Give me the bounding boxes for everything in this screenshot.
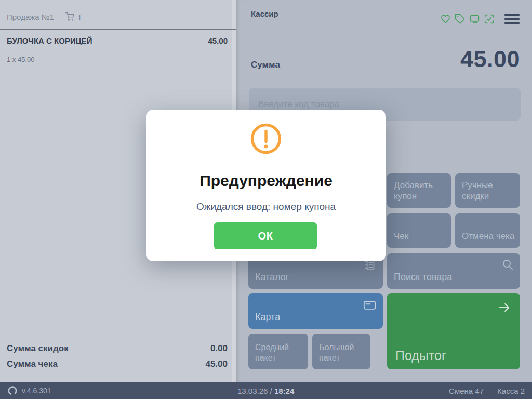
sum-value: 45.00 bbox=[460, 46, 520, 73]
ok-button[interactable]: ОК bbox=[214, 222, 317, 249]
manual-discounts-label: Ручные скидки bbox=[462, 180, 515, 202]
medium-bag-button[interactable]: Средний пакет bbox=[248, 334, 308, 369]
big-bag-button[interactable]: Большой пакет bbox=[312, 334, 370, 369]
catalog-label: Каталог bbox=[255, 272, 289, 283]
sale-title: Продажа №1 bbox=[7, 12, 54, 21]
item-name: БУЛОЧКА С КОРИЦЕЙ bbox=[7, 36, 92, 45]
cancel-receipt-label: Отмена чека bbox=[462, 231, 514, 242]
search-product-label: Поиск товара bbox=[394, 272, 452, 283]
search-product-button[interactable]: Поиск товара bbox=[387, 253, 520, 289]
discount-total-label: Сумма скидок bbox=[7, 343, 69, 354]
receipt-label: Чек bbox=[394, 231, 408, 242]
totals-block: Сумма скидок 0.00 Сумма чека 45.00 bbox=[0, 341, 236, 372]
date-text: 13.03.26 bbox=[237, 387, 268, 395]
subtotal-label: Подытог bbox=[395, 350, 446, 361]
manual-discounts-button[interactable]: Ручные скидки bbox=[455, 173, 520, 208]
receipt-total-row: Сумма чека 45.00 bbox=[0, 356, 236, 372]
menu-icon[interactable] bbox=[504, 14, 520, 24]
modal-message: Ожидался ввод: номер купона bbox=[146, 201, 386, 212]
tag-icon[interactable] bbox=[455, 14, 466, 24]
cart-indicator: 1 bbox=[65, 12, 82, 23]
header-icons bbox=[440, 14, 495, 24]
app-logo-icon bbox=[7, 385, 18, 398]
datetime-separator: / bbox=[268, 387, 274, 395]
warning-modal: Предупреждение Ожидался ввод: номер купо… bbox=[146, 110, 386, 261]
discount-total-value: 0.00 bbox=[210, 343, 228, 354]
add-coupon-button[interactable]: Добавить купон bbox=[387, 173, 451, 208]
receipt-button[interactable]: Чек bbox=[387, 213, 451, 248]
scan-check-icon[interactable] bbox=[484, 14, 495, 24]
cart-count: 1 bbox=[77, 13, 82, 22]
big-bag-label: Большой пакет bbox=[319, 342, 365, 363]
cancel-receipt-button[interactable]: Отмена чека bbox=[455, 213, 520, 248]
add-coupon-label: Добавить купон bbox=[394, 180, 446, 202]
time-text: 18:24 bbox=[274, 387, 294, 395]
status-bar: v.4.6.301 13.03.26 / 18:24 Смена 47 Касс… bbox=[0, 382, 532, 399]
warning-circle-icon bbox=[249, 122, 283, 157]
heart-icon[interactable] bbox=[440, 14, 451, 24]
cart-icon bbox=[65, 12, 74, 23]
shift-label: Смена 47 bbox=[449, 387, 484, 395]
item-price: 45.00 bbox=[208, 36, 228, 45]
subtotal-button[interactable]: Подытог bbox=[387, 293, 520, 369]
sum-label: Сумма bbox=[251, 60, 280, 70]
item-quantity: 1 x 45.00 bbox=[7, 56, 35, 63]
modal-title: Предупреждение bbox=[146, 172, 386, 190]
cashier-label: Кассир bbox=[251, 9, 278, 18]
medium-bag-label: Средний пакет bbox=[255, 342, 303, 363]
receipt-item-row[interactable]: БУЛОЧКА С КОРИЦЕЙ 45.00 1 x 45.00 bbox=[0, 30, 236, 70]
pos-screen: Продажа №1 1 БУЛОЧКА С КОРИЦЕЙ 45.00 1 x… bbox=[0, 0, 532, 399]
statusbar-right: Смена 47 Касса 2 bbox=[449, 387, 525, 395]
arrow-right-icon bbox=[497, 300, 512, 316]
register-label: Касса 2 bbox=[497, 387, 525, 395]
receipt-total-value: 45.00 bbox=[205, 359, 228, 369]
app-version: v.4.6.301 bbox=[22, 387, 51, 395]
search-icon bbox=[501, 258, 514, 273]
credit-card-icon bbox=[363, 298, 377, 315]
datetime: 13.03.26 / 18:24 bbox=[237, 387, 294, 395]
receipt-total-label: Сумма чека bbox=[7, 359, 58, 369]
card-label: Карта bbox=[255, 312, 280, 323]
card-payment-button[interactable]: Карта bbox=[248, 293, 383, 329]
monitor-icon[interactable] bbox=[469, 14, 480, 24]
sale-header: Продажа №1 1 bbox=[0, 0, 236, 30]
discount-total-row: Сумма скидок 0.00 bbox=[0, 341, 236, 356]
